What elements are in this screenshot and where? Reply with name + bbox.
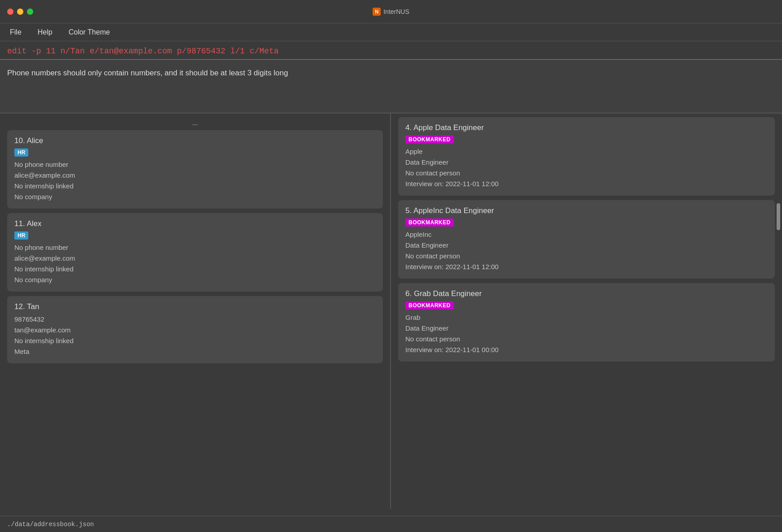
app-name: InterNUS	[383, 8, 409, 15]
command-input[interactable]	[7, 47, 775, 59]
person-12-phone: 98765432	[14, 314, 376, 325]
person-card-10[interactable]: 10. Alice HR No phone number alice@examp…	[7, 130, 383, 209]
title-bar: N InterNUS	[0, 0, 782, 23]
maximize-button[interactable]	[27, 9, 33, 15]
person-10-header: 10. Alice	[14, 136, 376, 145]
job-6-header: 6. Grab Data Engineer	[405, 289, 768, 298]
person-11-company: No company	[14, 275, 376, 285]
job-4-bookmark: BOOKMARKED	[405, 135, 768, 146]
close-button[interactable]	[7, 9, 13, 15]
person-11-header: 11. Alex	[14, 219, 376, 228]
job-4-role: Data Engineer	[405, 157, 768, 168]
job-4-bookmark-label: BOOKMARKED	[405, 135, 454, 144]
person-10-tag: HR	[14, 148, 376, 159]
job-6-id: 6.	[405, 289, 414, 298]
job-4-details: Apple Data Engineer No contact person In…	[405, 146, 768, 189]
menu-bar: File Help Color Theme	[0, 23, 782, 41]
person-11-phone: No phone number	[14, 242, 376, 253]
job-5-interview: Interview on: 2022-11-01 12:00	[405, 262, 768, 272]
person-10-phone: No phone number	[14, 159, 376, 170]
job-4-title: Apple Data Engineer	[413, 123, 484, 132]
person-12-id: 12.	[14, 302, 27, 311]
menu-color-theme[interactable]: Color Theme	[66, 26, 113, 38]
main-content: ... 10. Alice HR No phone number alice@e…	[0, 113, 782, 509]
command-area	[0, 41, 782, 60]
minimize-button[interactable]	[17, 9, 23, 15]
job-6-role: Data Engineer	[405, 323, 768, 334]
person-10-tag-label: HR	[14, 148, 28, 157]
person-12-header: 12. Tan	[14, 302, 376, 311]
person-11-name: Alex	[26, 219, 41, 228]
job-6-bookmark: BOOKMARKED	[405, 301, 768, 312]
error-message: Phone numbers should only contain number…	[7, 69, 288, 77]
job-5-bookmark: BOOKMARKED	[405, 218, 768, 229]
file-path: ./data/addressbook.json	[7, 521, 94, 528]
job-5-bookmark-label: BOOKMARKED	[405, 218, 454, 227]
person-11-id: 11.	[14, 219, 26, 228]
person-10-details: No phone number alice@example.com No int…	[14, 159, 376, 202]
person-11-internship: No internship linked	[14, 264, 376, 275]
job-5-company: AppleInc	[405, 229, 768, 240]
person-10-name: Alice	[26, 136, 43, 145]
person-12-company: Meta	[14, 346, 376, 357]
person-10-company: No company	[14, 192, 376, 202]
person-12-name: Tan	[27, 302, 39, 311]
job-5-title: AppleInc Data Engineer	[413, 206, 494, 215]
job-4-id: 4.	[405, 123, 413, 132]
job-6-interview: Interview on: 2022-11-01 00:00	[405, 344, 768, 355]
person-10-id: 10.	[14, 136, 26, 145]
scroll-indicator	[777, 203, 780, 230]
job-6-details: Grab Data Engineer No contact person Int…	[405, 312, 768, 355]
app-title: N InterNUS	[373, 8, 409, 16]
job-6-company: Grab	[405, 312, 768, 323]
person-12-email: tan@example.com	[14, 325, 376, 336]
job-6-bookmark-label: BOOKMARKED	[405, 301, 454, 310]
person-11-tag: HR	[14, 231, 376, 242]
job-4-company: Apple	[405, 146, 768, 157]
partial-header-indicator: ...	[7, 117, 383, 130]
menu-help[interactable]: Help	[35, 26, 55, 38]
job-card-6[interactable]: 6. Grab Data Engineer BOOKMARKED Grab Da…	[398, 283, 775, 362]
menu-file[interactable]: File	[7, 26, 24, 38]
error-area: Phone numbers should only contain number…	[0, 60, 782, 113]
job-5-details: AppleInc Data Engineer No contact person…	[405, 229, 768, 272]
job-4-contact: No contact person	[405, 168, 768, 179]
job-4-interview: Interview on: 2022-11-01 12:00	[405, 179, 768, 189]
person-card-11[interactable]: 11. Alex HR No phone number alice@exampl…	[7, 213, 383, 292]
job-card-4[interactable]: 4. Apple Data Engineer BOOKMARKED Apple …	[398, 117, 775, 196]
left-panel: ... 10. Alice HR No phone number alice@e…	[0, 113, 391, 509]
person-card-12[interactable]: 12. Tan 98765432 tan@example.com No inte…	[7, 296, 383, 363]
person-12-details: 98765432 tan@example.com No internship l…	[14, 314, 376, 357]
person-11-email: alice@example.com	[14, 253, 376, 264]
job-6-title: Grab Data Engineer	[414, 289, 482, 298]
person-10-email: alice@example.com	[14, 170, 376, 181]
person-10-internship: No internship linked	[14, 181, 376, 192]
job-5-header: 5. AppleInc Data Engineer	[405, 206, 768, 215]
status-bar: ./data/addressbook.json	[0, 516, 782, 532]
traffic-lights	[7, 9, 33, 15]
job-card-5[interactable]: 5. AppleInc Data Engineer BOOKMARKED App…	[398, 200, 775, 279]
job-6-contact: No contact person	[405, 334, 768, 344]
job-5-contact: No contact person	[405, 251, 768, 262]
job-5-role: Data Engineer	[405, 240, 768, 251]
job-5-id: 5.	[405, 206, 413, 215]
person-12-internship: No internship linked	[14, 336, 376, 346]
right-panel: 4. Apple Data Engineer BOOKMARKED Apple …	[391, 113, 782, 509]
person-11-tag-label: HR	[14, 231, 28, 240]
person-11-details: No phone number alice@example.com No int…	[14, 242, 376, 285]
job-4-header: 4. Apple Data Engineer	[405, 123, 768, 132]
app-icon: N	[373, 8, 381, 16]
